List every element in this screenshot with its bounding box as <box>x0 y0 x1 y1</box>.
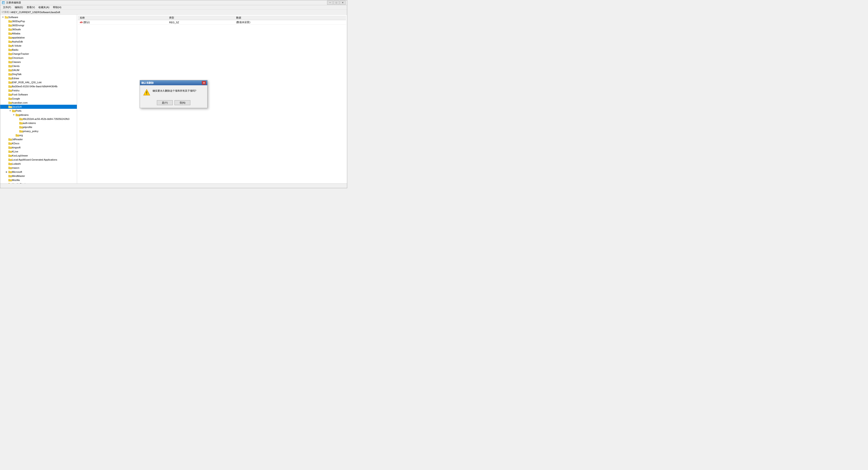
warning-icon: ! <box>143 89 150 96</box>
dialog-message: 确实要永久删除这个项和所有其子项吗? <box>153 89 204 93</box>
dialog-no-button[interactable]: 否(N) <box>175 100 190 105</box>
dialog-title-bar: 确认项删除 ✕ <box>140 80 207 85</box>
svg-text:!: ! <box>146 91 147 95</box>
confirm-delete-dialog: 确认项删除 ✕ ! 确实要永久删除这个项和所有其子项吗? 是(Y) 否(N) <box>140 80 208 108</box>
dialog-button-area: 是(Y) 否(N) <box>140 98 207 108</box>
dialog-yes-button[interactable]: 是(Y) <box>157 100 173 105</box>
dialog-close-button[interactable]: ✕ <box>202 81 206 85</box>
dialog-overlay: 确认项删除 ✕ ! 确实要永久删除这个项和所有其子项吗? 是(Y) 否(N) <box>0 0 347 188</box>
dialog-content-area: ! 确实要永久删除这个项和所有其子项吗? <box>140 85 207 98</box>
dialog-title: 确认项删除 <box>141 81 202 85</box>
